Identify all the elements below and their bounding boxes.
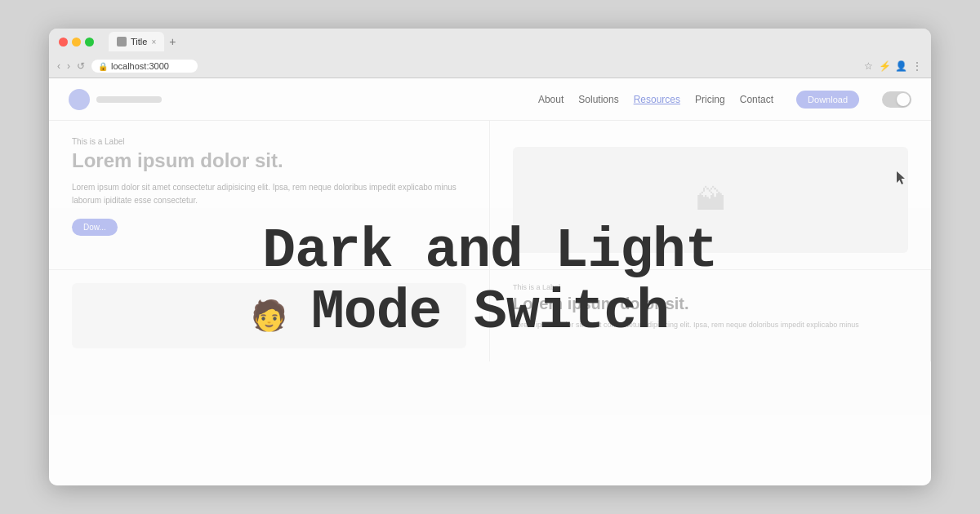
tab-close-button[interactable]: ×	[151, 38, 156, 47]
menu-icon[interactable]: ⋮	[911, 60, 923, 72]
bottom-right-panel: This is a Label Lorem ipsum dolor sit. L…	[490, 270, 931, 361]
top-right-image: 🏔	[513, 147, 908, 253]
tab-bar: Title × +	[109, 32, 921, 51]
dark-mode-toggle[interactable]	[882, 91, 911, 108]
person-icon: 🧑	[251, 299, 287, 333]
browser-chrome: Title × + ‹ › ↺ 🔒 localhost:3000 ☆ ⚡ 👤 ⋮	[49, 29, 931, 78]
nav-solutions[interactable]: Solutions	[578, 94, 618, 105]
title-bar: Title × +	[49, 29, 931, 55]
tab-title: Title	[131, 37, 147, 47]
bottom-left-image: 🧑	[72, 283, 466, 348]
minimize-button[interactable]	[72, 38, 81, 47]
bottom-right-body: Lorem ipsum dolor sit amet consectetur a…	[513, 320, 907, 331]
top-left-panel: This is a Label Lorem ipsum dolor sit. L…	[49, 121, 490, 269]
browser-actions: ☆ ⚡ 👤 ⋮	[862, 60, 923, 72]
top-left-label: This is a Label	[72, 137, 466, 146]
refresh-button[interactable]: ↺	[77, 60, 85, 72]
site-navbar: About Solutions Resources Pricing Contac…	[49, 78, 931, 121]
browser-window: Title × + ‹ › ↺ 🔒 localhost:3000 ☆ ⚡ 👤 ⋮	[49, 29, 931, 485]
address-bar: ‹ › ↺ 🔒 localhost:3000 ☆ ⚡ 👤 ⋮	[49, 55, 931, 78]
url-text: localhost:3000	[111, 61, 169, 71]
nav-resources[interactable]: Resources	[634, 94, 680, 105]
close-button[interactable]	[59, 38, 68, 47]
nav-about[interactable]: About	[538, 94, 564, 105]
nav-download-button[interactable]: Download	[796, 91, 859, 109]
top-right-panel: 🏔	[490, 121, 931, 269]
logo-circle	[69, 89, 90, 110]
nav-contact[interactable]: Contact	[740, 94, 773, 105]
logo-text	[96, 96, 162, 103]
active-tab[interactable]: Title ×	[109, 32, 164, 51]
bottom-left-panel: 🧑	[49, 270, 490, 361]
lock-icon: 🔒	[98, 62, 108, 71]
nav-links: About Solutions Resources Pricing Contac…	[538, 91, 911, 109]
website-content: About Solutions Resources Pricing Contac…	[49, 78, 931, 485]
image-placeholder-icon: 🏔	[696, 183, 725, 217]
bookmark-icon[interactable]: ☆	[862, 60, 874, 72]
nav-pricing[interactable]: Pricing	[695, 94, 725, 105]
site-main: This is a Label Lorem ipsum dolor sit. L…	[49, 121, 931, 269]
tab-favicon	[117, 37, 127, 47]
forward-button[interactable]: ›	[67, 60, 70, 72]
maximize-button[interactable]	[85, 38, 94, 47]
new-tab-button[interactable]: +	[169, 35, 176, 48]
top-left-body: Lorem ipsum dolor sit amet consectetur a…	[72, 181, 466, 207]
traffic-lights	[59, 38, 94, 47]
back-button[interactable]: ‹	[57, 60, 60, 72]
url-bar[interactable]: 🔒 localhost:3000	[91, 60, 198, 73]
account-icon[interactable]: 👤	[895, 60, 906, 72]
top-left-heading: Lorem ipsum dolor sit.	[72, 149, 466, 173]
site-logo	[69, 89, 162, 110]
site-bottom: 🧑 This is a Label Lorem ipsum dolor sit.…	[49, 269, 931, 361]
extensions-icon[interactable]: ⚡	[879, 60, 890, 72]
bottom-right-label: This is a Label	[513, 283, 907, 291]
toggle-knob	[897, 93, 910, 106]
bottom-right-heading: Lorem ipsum dolor sit.	[513, 294, 907, 313]
top-left-button[interactable]: Dow...	[72, 219, 118, 236]
